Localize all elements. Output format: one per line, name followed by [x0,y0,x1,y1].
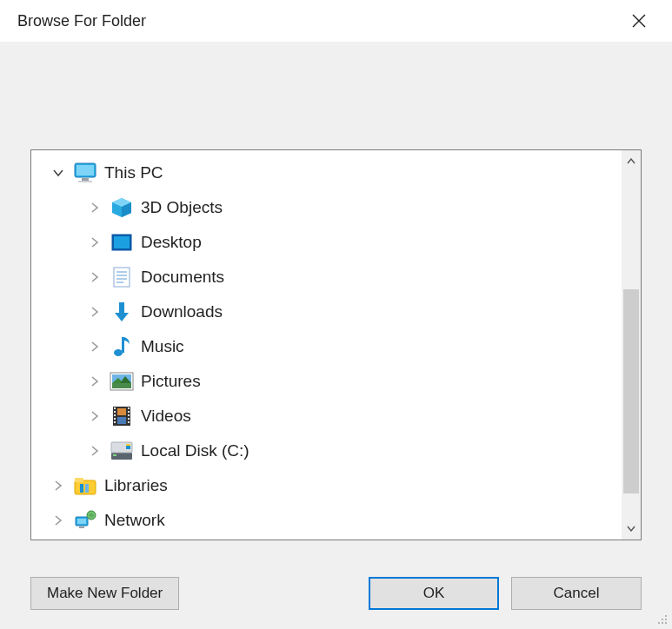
svg-point-56 [665,622,667,624]
close-icon [631,13,647,29]
svg-rect-36 [128,418,130,420]
folder-tree[interactable]: This PC 3D Objects [31,150,622,540]
tree-item-label: Documents [141,268,224,287]
network-icon [73,508,97,533]
svg-point-51 [665,615,667,617]
cancel-button[interactable]: Cancel [511,577,642,610]
chevron-right-icon[interactable] [87,304,103,320]
tree-item-label: 3D Objects [141,198,223,217]
resize-grip[interactable] [655,612,669,626]
tree-item-3d-objects[interactable]: 3D Objects [35,190,618,225]
svg-rect-11 [114,268,130,287]
svg-rect-34 [128,411,130,413]
cube-3d-icon [110,195,134,220]
svg-point-54 [658,622,660,624]
svg-rect-5 [78,181,92,182]
svg-rect-35 [128,414,130,416]
hard-disk-icon [110,439,134,463]
tree-item-desktop[interactable]: Desktop [35,225,618,260]
tree-item-network[interactable]: Network [35,503,618,538]
chevron-right-icon[interactable] [87,269,103,285]
svg-rect-4 [82,178,89,181]
scroll-up-arrow-icon[interactable] [622,152,641,171]
tree-item-documents[interactable]: Documents [35,260,618,295]
tree-item-downloads[interactable]: Downloads [35,295,618,329]
svg-marker-17 [115,313,129,321]
tree-item-label: Local Disk (C:) [141,441,250,460]
desktop-icon [110,230,134,255]
svg-point-55 [662,622,663,624]
svg-rect-10 [114,236,130,248]
svg-point-52 [662,619,663,620]
ok-button[interactable]: OK [369,577,499,610]
chevron-right-icon[interactable] [87,374,103,389]
tree-item-pictures[interactable]: Pictures [35,364,618,399]
chevron-right-icon[interactable] [87,339,103,354]
folder-tree-panel: This PC 3D Objects [30,149,642,540]
tree-item-label: Desktop [141,233,202,252]
svg-rect-29 [114,411,116,413]
svg-rect-27 [117,417,126,424]
svg-rect-39 [113,454,116,456]
tree-item-music[interactable]: Music [35,329,618,364]
close-button[interactable] [622,3,656,38]
svg-rect-37 [128,421,130,423]
svg-rect-19 [122,337,124,353]
svg-rect-46 [85,484,89,493]
tree-item-label: Libraries [104,476,168,495]
chevron-right-icon[interactable] [87,235,103,250]
svg-rect-42 [126,444,130,446]
svg-rect-45 [80,484,83,493]
libraries-icon [73,473,97,498]
tree-item-label: Downloads [141,302,223,321]
svg-point-18 [114,349,123,356]
svg-rect-49 [79,526,84,528]
tree-item-label: Music [141,337,184,356]
tree-item-libraries[interactable]: Libraries [35,468,618,503]
document-icon [110,265,134,289]
svg-rect-32 [114,421,116,423]
svg-rect-3 [77,165,94,175]
chevron-right-icon[interactable] [50,513,66,528]
svg-rect-30 [114,414,116,416]
chevron-down-icon[interactable] [50,165,66,181]
tree-item-this-pc[interactable]: This PC [35,156,618,190]
music-note-icon [110,334,134,359]
svg-rect-24 [112,383,131,388]
tree-item-label: Videos [141,407,191,426]
tree-item-label: This PC [104,163,163,182]
dialog-title: Browse For Folder [17,12,146,30]
svg-rect-26 [117,408,126,415]
scroll-down-arrow-icon[interactable] [622,519,641,538]
tree-item-local-disk[interactable]: Local Disk (C:) [35,434,618,468]
chevron-right-icon[interactable] [87,200,103,215]
svg-rect-44 [75,478,83,482]
chevron-right-icon[interactable] [87,408,103,424]
scroll-thumb[interactable] [623,289,639,493]
tree-item-videos[interactable]: Videos [35,399,618,434]
svg-rect-31 [114,418,116,420]
film-icon [110,404,134,428]
svg-rect-28 [114,407,116,409]
pc-monitor-icon [73,161,97,185]
button-row: Make New Folder OK Cancel [30,577,642,610]
picture-icon [110,369,134,394]
tree-item-label: Network [104,511,165,530]
download-arrow-icon [110,300,134,324]
svg-point-53 [665,619,667,620]
svg-rect-33 [128,407,130,409]
svg-rect-48 [77,519,86,524]
chevron-right-icon[interactable] [87,443,103,459]
svg-rect-16 [119,302,124,313]
titlebar: Browse For Folder [0,0,672,42]
tree-item-label: Pictures [141,372,201,391]
make-new-folder-button[interactable]: Make New Folder [30,577,179,610]
vertical-scrollbar[interactable] [622,150,641,540]
chevron-right-icon[interactable] [50,478,66,493]
